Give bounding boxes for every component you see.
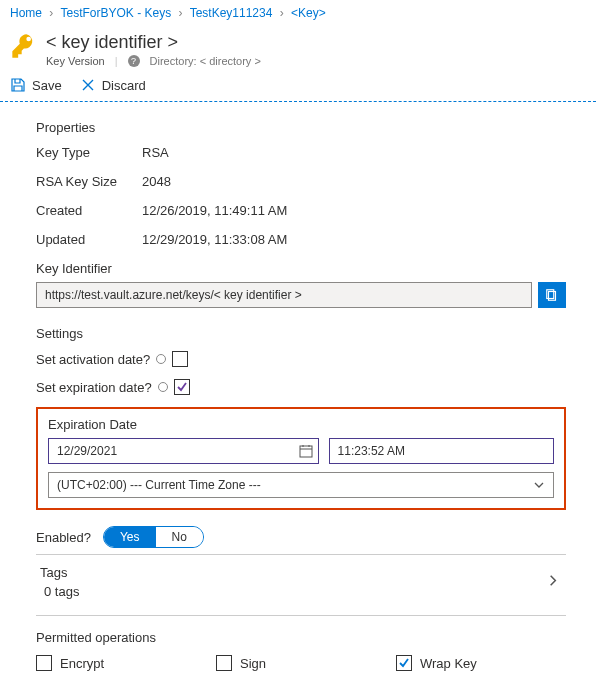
expiration-highlight-box: Expiration Date (UTC+02:00) --- Current … xyxy=(36,407,566,510)
help-icon[interactable]: ? xyxy=(128,55,140,67)
tags-row[interactable]: Tags 0 tags xyxy=(36,555,566,609)
key-icon xyxy=(10,32,38,60)
key-type-label: Key Type xyxy=(36,145,142,160)
operation-label: Wrap Key xyxy=(420,656,477,671)
operation-label: Sign xyxy=(240,656,266,671)
activation-label: Set activation date? xyxy=(36,352,150,367)
breadcrumb-vault[interactable]: TestForBYOK - Keys xyxy=(60,6,171,20)
properties-heading: Properties xyxy=(36,120,566,135)
expiration-checkbox[interactable] xyxy=(174,379,190,395)
page-header: < key identifier > Key Version | ? Direc… xyxy=(0,26,596,71)
rsa-size-value: 2048 xyxy=(142,174,171,189)
tags-heading: Tags xyxy=(40,565,566,580)
identifier-input[interactable] xyxy=(36,282,532,308)
discard-button[interactable]: Discard xyxy=(80,77,146,93)
operations-grid: EncryptSignWrap KeyDecryptVerifyUnwrap K… xyxy=(36,655,566,681)
created-value: 12/26/2019, 11:49:11 AM xyxy=(142,203,287,218)
operation-label: Encrypt xyxy=(60,656,104,671)
identifier-label: Key Identifier xyxy=(36,261,566,276)
save-button[interactable]: Save xyxy=(10,77,62,93)
info-icon[interactable] xyxy=(156,354,166,364)
expiration-date-input[interactable] xyxy=(48,438,319,464)
chevron-down-icon xyxy=(533,479,545,491)
enabled-yes-option[interactable]: Yes xyxy=(104,527,156,547)
tags-count: 0 tags xyxy=(40,584,566,599)
expiration-label: Set expiration date? xyxy=(36,380,152,395)
rsa-size-label: RSA Key Size xyxy=(36,174,142,189)
expiration-date-heading: Expiration Date xyxy=(48,417,554,432)
breadcrumb-key[interactable]: TestKey111234 xyxy=(190,6,273,20)
chevron-right-icon: › xyxy=(49,6,53,20)
operation-checkbox[interactable] xyxy=(396,655,412,671)
enabled-label: Enabled? xyxy=(36,530,91,545)
settings-heading: Settings xyxy=(36,326,566,341)
discard-label: Discard xyxy=(102,78,146,93)
created-label: Created xyxy=(36,203,142,218)
timezone-value: (UTC+02:00) --- Current Time Zone --- xyxy=(57,478,261,492)
directory-label: Directory: xyxy=(150,55,197,67)
enabled-no-option[interactable]: No xyxy=(156,527,203,547)
info-icon[interactable] xyxy=(158,382,168,392)
updated-label: Updated xyxy=(36,232,142,247)
save-label: Save xyxy=(32,78,62,93)
breadcrumb-home[interactable]: Home xyxy=(10,6,42,20)
enabled-toggle[interactable]: Yes No xyxy=(103,526,204,548)
updated-value: 12/29/2019, 11:33:08 AM xyxy=(142,232,287,247)
operations-heading: Permitted operations xyxy=(36,630,566,645)
operation-wrap-key[interactable]: Wrap Key xyxy=(396,655,566,671)
breadcrumb: Home › TestForBYOK - Keys › TestKey11123… xyxy=(0,0,596,26)
operation-sign[interactable]: Sign xyxy=(216,655,386,671)
operation-checkbox[interactable] xyxy=(216,655,232,671)
page-title: < key identifier > xyxy=(46,32,261,53)
chevron-right-icon xyxy=(546,574,560,591)
key-type-value: RSA xyxy=(142,145,169,160)
chevron-right-icon: › xyxy=(280,6,284,20)
chevron-right-icon: › xyxy=(179,6,183,20)
toolbar: Save Discard xyxy=(0,71,596,101)
operation-checkbox[interactable] xyxy=(36,655,52,671)
timezone-select[interactable]: (UTC+02:00) --- Current Time Zone --- xyxy=(48,472,554,498)
expiration-time-input[interactable] xyxy=(329,438,554,464)
copy-button[interactable] xyxy=(538,282,566,308)
subtitle-text: Key Version xyxy=(46,55,105,67)
activation-checkbox[interactable] xyxy=(172,351,188,367)
operation-encrypt[interactable]: Encrypt xyxy=(36,655,206,671)
directory-value: < directory > xyxy=(200,55,261,67)
breadcrumb-version[interactable]: <Key> xyxy=(291,6,326,20)
